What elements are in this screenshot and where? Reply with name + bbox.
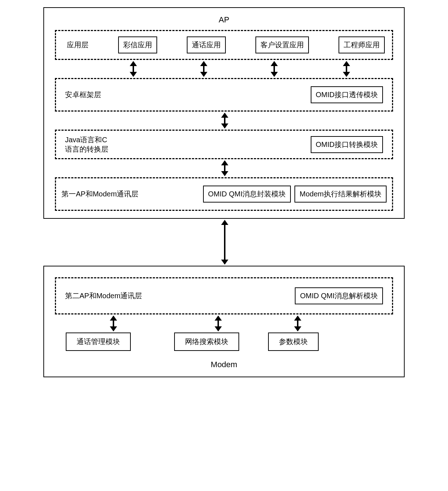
mms-app-box: 彩信应用 bbox=[118, 36, 157, 53]
engineer-app-box: 工程师应用 bbox=[339, 36, 385, 53]
java-c-label-line1: Java语言和C bbox=[65, 135, 108, 144]
arrows-row-modem bbox=[55, 314, 393, 333]
omid-qmi-parse-box: OMID QMI消息解析模块 bbox=[295, 287, 383, 304]
arrow-icon bbox=[133, 62, 134, 76]
call-app-box: 通话应用 bbox=[187, 36, 226, 53]
param-module-box: 参数模块 bbox=[268, 333, 319, 351]
arrow-icon bbox=[113, 316, 114, 331]
call-mgmt-box: 通话管理模块 bbox=[66, 333, 131, 351]
arrow-icon bbox=[217, 316, 219, 331]
customer-settings-app-box: 客户设置应用 bbox=[255, 36, 309, 53]
ap-title: AP bbox=[55, 15, 393, 25]
arrow-icon bbox=[224, 221, 225, 264]
arrow-between-sections bbox=[43, 219, 405, 266]
second-ap-modem-label: 第二AP和Modem通讯层 bbox=[65, 291, 142, 301]
omid-qmi-encap-box: OMID QMI消息封装模块 bbox=[203, 186, 291, 203]
arrows-row-1 bbox=[55, 60, 393, 78]
arrow-icon bbox=[346, 62, 347, 76]
second-ap-modem-comm-box: 第二AP和Modem通讯层 OMID QMI消息解析模块 bbox=[55, 277, 393, 314]
arrow-container-3 bbox=[55, 159, 393, 177]
app-layer-box: 应用层 彩信应用 通话应用 客户设置应用 工程师应用 bbox=[55, 30, 393, 60]
first-ap-modem-comm-box: 第一AP和Modem通讯层 OMID QMI消息封装模块 Modem执行结果解析… bbox=[55, 177, 393, 211]
arrow-icon bbox=[224, 113, 225, 128]
android-framework-box: 安卓框架层 OMID接口透传模块 bbox=[55, 78, 393, 112]
omid-passthrough-box: OMID接口透传模块 bbox=[311, 86, 383, 103]
omid-conversion-box: OMID接口转换模块 bbox=[311, 136, 383, 153]
arrow-icon bbox=[273, 62, 275, 76]
modem-section: 第二AP和Modem通讯层 OMID QMI消息解析模块 通话管理模块 网络搜索… bbox=[43, 266, 405, 377]
java-c-conversion-box: Java语言和C 语言的转换层 OMID接口转换模块 bbox=[55, 130, 393, 159]
app-layer-label: 应用层 bbox=[67, 40, 89, 50]
arrow-icon bbox=[203, 62, 204, 76]
android-framework-label: 安卓框架层 bbox=[65, 90, 101, 100]
arrow-icon bbox=[297, 316, 298, 331]
network-search-box: 网络搜索模块 bbox=[174, 333, 239, 351]
modem-title: Modem bbox=[55, 360, 393, 369]
arrow-container-2 bbox=[55, 112, 393, 130]
modem-result-parse-box: Modem执行结果解析模块 bbox=[294, 186, 387, 203]
modem-modules-row: 通话管理模块 网络搜索模块 参数模块 bbox=[55, 333, 393, 351]
ap-section: AP 应用层 彩信应用 通话应用 客户设置应用 工程师应用 安卓框架层 OMID… bbox=[43, 7, 405, 219]
java-c-label-line2: 语言的转换层 bbox=[65, 144, 108, 154]
first-ap-modem-label: 第一AP和Modem通讯层 bbox=[61, 189, 138, 199]
java-c-label: Java语言和C 语言的转换层 bbox=[65, 135, 108, 154]
arrow-icon bbox=[224, 161, 225, 175]
